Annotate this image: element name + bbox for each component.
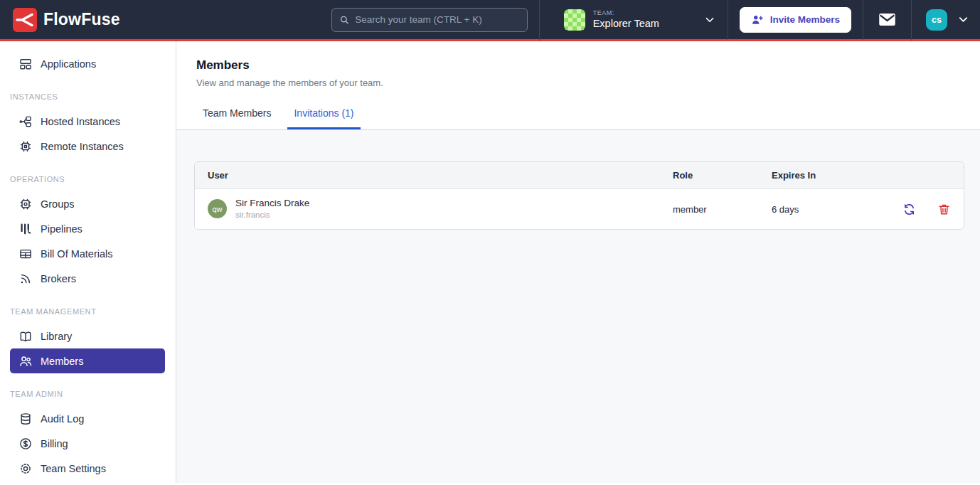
page-header: Members View and manage the members of y… xyxy=(176,41,980,130)
navbar-divider xyxy=(911,0,912,41)
sidebar-item-label: Audit Log xyxy=(41,413,84,425)
navbar-divider xyxy=(539,0,540,41)
sidebar-item-label: Brokers xyxy=(41,273,76,284)
sidebar-item-label: Team Settings xyxy=(41,463,106,474)
invite-members-label: Invite Members xyxy=(770,14,840,25)
sidebar-item-remote-instances[interactable]: Remote Instances xyxy=(0,134,176,159)
groups-icon xyxy=(18,197,33,211)
invite-role: member xyxy=(673,204,772,215)
flowfuse-logo[interactable]: FlowFuse xyxy=(13,8,120,32)
brokers-icon xyxy=(18,272,33,286)
sidebar-item-hosted-instances[interactable]: Hosted Instances xyxy=(0,109,176,134)
tab-team-members[interactable]: Team Members xyxy=(196,103,277,129)
search-input[interactable] xyxy=(355,14,519,25)
resend-invite-icon xyxy=(902,203,916,216)
user-avatar: cs xyxy=(926,9,947,31)
avatar: qw xyxy=(208,199,227,218)
sidebar-item-label: Billing xyxy=(41,438,68,449)
hosted-instances-icon xyxy=(18,114,33,129)
team-selector[interactable]: TEAM: Explorer Team xyxy=(564,9,716,31)
library-icon xyxy=(18,329,33,343)
navbar-divider xyxy=(728,0,728,41)
user-plus-icon xyxy=(751,14,764,26)
tab-invitations[interactable]: Invitations (1) xyxy=(287,103,360,129)
members-icon xyxy=(18,354,33,368)
billing-icon xyxy=(18,437,33,451)
invite-expires-in: 6 days xyxy=(772,204,880,215)
sidebar-section-instances: INSTANCES xyxy=(0,92,176,102)
sidebar-item-groups[interactable]: Groups xyxy=(0,191,176,216)
sidebar-item-label: Groups xyxy=(41,198,75,210)
page-subtitle: View and manage the members of your team… xyxy=(196,78,960,88)
main-content: Members View and manage the members of y… xyxy=(176,41,980,483)
delete-invite-button[interactable] xyxy=(937,203,951,216)
brand-name: FlowFuse xyxy=(43,10,120,29)
sidebar-item-members[interactable]: Members xyxy=(10,348,165,373)
applications-icon xyxy=(18,57,33,71)
sidebar-item-audit-log[interactable]: Audit Log xyxy=(0,406,176,431)
sidebar-item-billing[interactable]: Billing xyxy=(0,431,176,456)
invitations-panel: User Role Expires In qw Sir Francis Drak… xyxy=(176,130,980,483)
sidebar-item-pipelines[interactable]: Pipelines xyxy=(0,216,176,241)
invited-user-username: sir.francis xyxy=(235,210,309,221)
mail-icon xyxy=(878,10,897,29)
delete-invite-icon xyxy=(937,203,951,216)
sidebar-item-label: Hosted Instances xyxy=(41,116,120,127)
top-navbar: FlowFuse TEAM: Explorer Team xyxy=(0,0,980,41)
team-avatar xyxy=(564,9,585,31)
sidebar-item-bill-of-materials[interactable]: Bill Of Materials xyxy=(0,241,176,266)
tab-bar: Team Members Invitations (1) xyxy=(196,103,960,129)
sidebar-item-applications[interactable]: Applications xyxy=(0,51,176,76)
column-header-role: Role xyxy=(673,170,772,181)
sidebar-item-label: Remote Instances xyxy=(41,141,124,152)
remote-instances-icon xyxy=(18,139,33,154)
pipelines-icon xyxy=(18,222,33,236)
sidebar-section-operations: OPERATIONS xyxy=(0,174,176,184)
table-header-row: User Role Expires In xyxy=(195,162,964,189)
search-icon xyxy=(339,14,350,26)
flowfuse-logo-icon xyxy=(13,8,37,32)
column-header-user: User xyxy=(208,170,673,181)
notifications-button[interactable] xyxy=(875,10,900,29)
team-label: TEAM: xyxy=(593,9,659,17)
bill-of-materials-icon xyxy=(18,247,33,261)
chevron-down-icon xyxy=(703,14,716,26)
sidebar-item-label: Pipelines xyxy=(41,223,82,235)
sidebar-item-label: Library xyxy=(41,331,72,342)
resend-invite-button[interactable] xyxy=(902,203,916,216)
sidebar-section-team-management: TEAM MANAGEMENT xyxy=(0,307,176,316)
page-title: Members xyxy=(196,58,960,73)
audit-log-icon xyxy=(18,412,33,426)
user-menu[interactable]: cs xyxy=(926,9,970,31)
invited-user-name: Sir Francis Drake xyxy=(235,197,309,210)
sidebar-item-team-settings[interactable]: Team Settings xyxy=(0,456,176,481)
table-row: qw Sir Francis Drake sir.francis member … xyxy=(195,189,964,229)
sidebar-section-team-admin: TEAM ADMIN xyxy=(0,389,176,399)
chevron-down-icon xyxy=(957,13,970,26)
invite-members-button[interactable]: Invite Members xyxy=(740,7,851,33)
invitations-table: User Role Expires In qw Sir Francis Drak… xyxy=(194,161,964,230)
sidebar-item-label: Applications xyxy=(41,58,96,70)
sidebar: Applications INSTANCES Hosted Instances … xyxy=(0,41,176,483)
column-header-expires: Expires In xyxy=(772,170,880,181)
sidebar-item-brokers[interactable]: Brokers xyxy=(0,266,176,291)
team-name: Explorer Team xyxy=(593,17,659,30)
team-search[interactable] xyxy=(331,8,528,32)
navbar-divider xyxy=(863,0,863,41)
sidebar-item-label: Bill Of Materials xyxy=(41,248,113,260)
sidebar-item-label: Members xyxy=(41,356,83,367)
team-settings-icon xyxy=(18,462,33,476)
sidebar-item-library[interactable]: Library xyxy=(0,324,176,348)
